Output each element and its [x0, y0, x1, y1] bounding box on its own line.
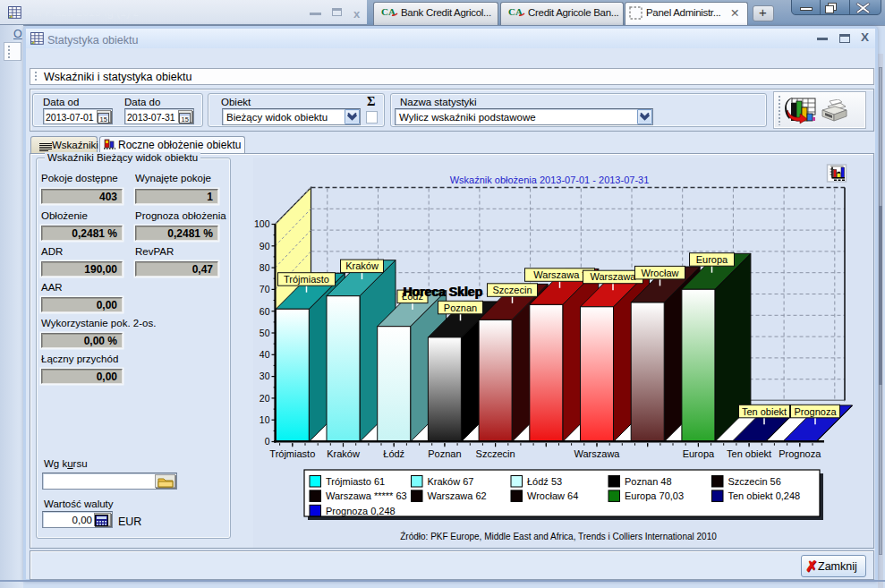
- svg-text:Szczecin: Szczecin: [476, 448, 515, 459]
- svg-text:10: 10: [260, 414, 270, 425]
- svg-text:Łódź: Łódź: [383, 448, 404, 459]
- svg-text:20: 20: [260, 393, 270, 404]
- svg-text:50: 50: [260, 328, 270, 338]
- svg-text:Wrocław: Wrocław: [642, 268, 679, 278]
- svg-text:Wskaźnik obłożenia 2013-07-01: Wskaźnik obłożenia 2013-07-01 - 2013-07-…: [450, 175, 650, 185]
- svg-text:90: 90: [260, 241, 270, 251]
- svg-text:Horeca Sklep: Horeca Sklep: [403, 285, 482, 299]
- svg-text:Europa: Europa: [683, 448, 715, 459]
- svg-text:Warszawa 62: Warszawa 62: [428, 490, 487, 501]
- svg-text:70: 70: [260, 284, 270, 294]
- svg-text:Warszawa: Warszawa: [591, 271, 637, 282]
- svg-text:Warszawa: Warszawa: [574, 448, 621, 459]
- svg-text:100: 100: [254, 218, 270, 229]
- svg-text:Trójmiasto: Trójmiasto: [284, 274, 329, 285]
- svg-text:Europa 70,03: Europa 70,03: [625, 490, 684, 501]
- svg-text:Prognoza: Prognoza: [779, 448, 821, 459]
- svg-text:Szczecin 56: Szczecin 56: [728, 476, 781, 487]
- svg-text:Ten obiekt 0,248: Ten obiekt 0,248: [728, 490, 801, 501]
- svg-text:Poznan: Poznan: [428, 448, 461, 459]
- svg-text:Warszawa *: Warszawa *: [533, 269, 586, 280]
- svg-text:Europa: Europa: [696, 254, 728, 265]
- svg-text:Kraków: Kraków: [345, 260, 379, 271]
- svg-text:Prognoza: Prognoza: [794, 406, 837, 417]
- svg-text:Ten obiekt: Ten obiekt: [727, 448, 771, 459]
- svg-text:Prognoza 0,248: Prognoza 0,248: [326, 506, 396, 516]
- svg-text:Poznan 48: Poznan 48: [625, 476, 672, 487]
- svg-text:30: 30: [260, 371, 270, 381]
- svg-text:40: 40: [260, 349, 270, 360]
- svg-text:60: 60: [260, 306, 270, 317]
- svg-text:15: 15: [182, 115, 189, 124]
- svg-text:Łódź 53: Łódź 53: [527, 476, 562, 487]
- svg-text:0: 0: [265, 436, 270, 447]
- svg-text:Trójmiasto: Trójmiasto: [269, 448, 315, 459]
- svg-text:Poznan: Poznan: [444, 303, 477, 313]
- svg-text:Ten obiekt: Ten obiekt: [742, 406, 787, 417]
- svg-text:Kraków 67: Kraków 67: [428, 476, 474, 487]
- svg-text:15: 15: [100, 115, 107, 124]
- svg-text:80: 80: [260, 262, 270, 273]
- svg-text:Trójmiasto 61: Trójmiasto 61: [326, 476, 385, 487]
- svg-text:Wrocław 64: Wrocław 64: [527, 490, 578, 501]
- svg-text:Kraków: Kraków: [327, 448, 360, 459]
- svg-text:Źródło: PKF Europe, Middle Eas: Źródło: PKF Europe, Middle East and Afri…: [400, 531, 717, 541]
- svg-text:Szczecin: Szczecin: [492, 285, 532, 295]
- svg-text:Warszawa ***** 63: Warszawa ***** 63: [326, 490, 407, 501]
